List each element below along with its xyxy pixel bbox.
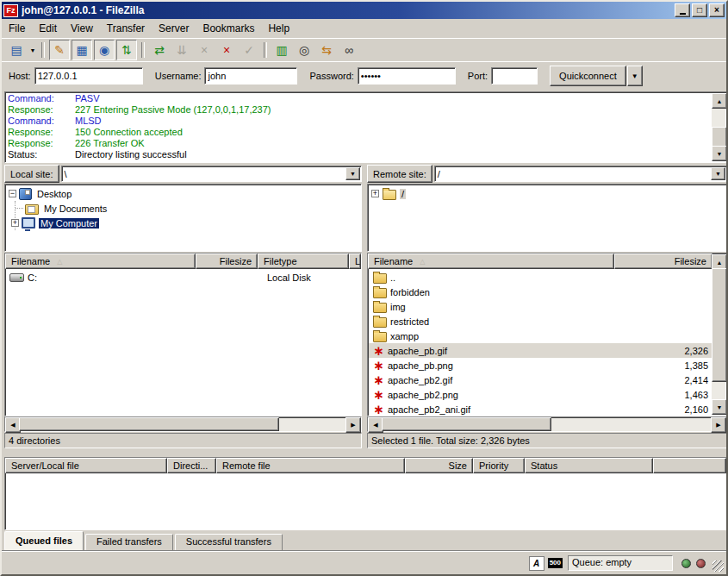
scrollbar-thumb[interactable] — [712, 127, 727, 147]
column-header-filename[interactable]: Filename△ — [5, 254, 196, 269]
process-queue-button[interactable]: ⇊ — [171, 40, 192, 60]
remote-file-row[interactable]: .. — [369, 270, 712, 285]
expand-icon[interactable]: + — [11, 219, 19, 227]
refresh-button[interactable]: ⇄ — [149, 40, 170, 60]
column-header-last-modified[interactable]: L — [349, 254, 361, 269]
port-input[interactable] — [491, 67, 538, 85]
image-file-icon: ∗ — [372, 391, 385, 399]
expand-icon[interactable]: + — [371, 190, 379, 197]
column-header-server-local-file[interactable]: Server/Local file — [5, 458, 167, 473]
transfer-type-ascii-icon[interactable]: A — [529, 556, 544, 571]
window-resize-grip[interactable] — [712, 560, 724, 572]
combo-dropdown-icon[interactable]: ▼ — [345, 167, 360, 180]
menu-server[interactable]: Server — [152, 21, 196, 36]
file-name: apache_pb2.png — [388, 390, 458, 400]
directory-comparison-button[interactable]: ◎ — [294, 40, 314, 60]
tree-item-root[interactable]: + / — [371, 186, 726, 201]
menu-view[interactable]: View — [64, 21, 100, 36]
tab-queued-files[interactable]: Queued files — [4, 531, 84, 550]
file-size: 1,385 — [615, 360, 712, 371]
remote-file-row[interactable]: ∗apache_pb2.png 1,463 — [369, 387, 712, 402]
menu-bookmarks[interactable]: Bookmarks — [196, 21, 261, 36]
toggle-message-log-button[interactable]: ✎ — [49, 40, 70, 60]
combo-dropdown-icon[interactable]: ▼ — [711, 167, 725, 180]
toolbar-separator — [264, 42, 267, 58]
remote-file-row[interactable]: ∗apache_pb2.gif 2,414 — [369, 373, 712, 387]
remote-site-combo[interactable]: / ▼ — [434, 166, 727, 182]
cancel-operation-button[interactable]: × — [194, 40, 215, 60]
close-button[interactable]: × — [709, 3, 725, 17]
log-line-text: MLSD — [75, 116, 102, 127]
column-header-filesize[interactable]: Filesize — [196, 254, 258, 269]
remote-file-row[interactable]: img — [369, 299, 712, 314]
username-label: Username: — [155, 71, 202, 81]
scroll-up-icon[interactable]: ▲ — [712, 93, 727, 109]
my-computer-icon — [22, 217, 35, 229]
synchronized-browsing-button[interactable]: ⇆ — [316, 40, 337, 60]
filter-button[interactable]: ▥ — [271, 40, 292, 60]
speed-limit-icon[interactable]: 500 — [548, 558, 563, 568]
column-header-filetype[interactable]: Filetype — [258, 254, 349, 269]
column-header-direction[interactable]: Directi... — [167, 458, 216, 473]
log-vertical-scrollbar[interactable]: ▲ ▼ — [712, 93, 725, 161]
log-line-text: Directory listing successful — [75, 149, 187, 160]
toggle-local-tree-button[interactable]: ▦ — [72, 40, 92, 60]
local-file-row[interactable]: C: Local Disk — [6, 270, 360, 285]
menu-edit[interactable]: Edit — [32, 21, 64, 36]
column-header-filesize[interactable]: Filesize — [614, 254, 712, 269]
column-header-filename[interactable]: Filename△ — [368, 254, 614, 269]
site-manager-dropdown[interactable]: ▼ — [28, 41, 38, 59]
maximize-button[interactable]: □ — [692, 3, 707, 17]
toggle-remote-tree-button[interactable]: ◉ — [94, 40, 115, 60]
local-list-header: Filename△ Filesize Filetype L — [5, 254, 361, 269]
scroll-down-icon[interactable]: ▼ — [712, 399, 727, 415]
scrollbar-thumb[interactable] — [19, 417, 279, 431]
column-header-remote-file[interactable]: Remote file — [216, 458, 405, 473]
scrollbar-thumb[interactable] — [382, 417, 551, 431]
toggle-queue-button[interactable]: ⇅ — [116, 40, 137, 60]
local-site-value: \ — [65, 169, 345, 179]
tab-failed-transfers[interactable]: Failed transfers — [85, 534, 173, 550]
tab-successful-transfers[interactable]: Successful transfers — [175, 534, 283, 550]
remote-vertical-scrollbar[interactable]: ▲ ▼ — [712, 254, 725, 415]
remote-file-row[interactable]: restricted — [369, 314, 712, 329]
tree-item-label: / — [400, 189, 406, 199]
reconnect-button[interactable]: ✓ — [239, 40, 259, 60]
remote-file-row[interactable]: ∗apache_pb2_ani.gif 2,160 — [369, 402, 712, 415]
local-horizontal-scrollbar[interactable]: ◀ ▶ — [4, 416, 362, 432]
column-header-size[interactable]: Size — [405, 458, 473, 473]
scroll-right-icon[interactable]: ▶ — [345, 417, 361, 433]
remote-file-row-selected[interactable]: ∗apache_pb.gif 2,326 — [369, 343, 712, 358]
file-name: restricted — [390, 316, 429, 327]
scrollbar-thumb[interactable] — [712, 268, 727, 382]
menu-help[interactable]: Help — [261, 21, 296, 36]
find-files-button[interactable]: ∞ — [339, 40, 359, 60]
site-manager-button[interactable]: ▤ — [6, 40, 27, 60]
column-header-priority[interactable]: Priority — [473, 458, 525, 473]
menu-transfer[interactable]: Transfer — [100, 21, 152, 36]
remote-file-row[interactable]: forbidden — [369, 285, 712, 299]
tree-connector — [16, 208, 23, 209]
username-input[interactable] — [204, 67, 297, 85]
tree-item-desktop[interactable]: − Desktop — [9, 186, 361, 201]
minimize-button[interactable] — [675, 3, 690, 17]
quickconnect-button[interactable]: Quickconnect — [550, 66, 626, 86]
column-header-status[interactable]: Status — [525, 458, 653, 473]
tree-item-my-documents[interactable]: My Documents — [16, 201, 361, 216]
magnifier-icon: ◎ — [299, 43, 309, 57]
disconnect-button[interactable]: × — [216, 40, 237, 60]
remote-file-row[interactable]: ∗apache_pb.png 1,385 — [369, 358, 712, 373]
remote-horizontal-scrollbar[interactable]: ◀ ▶ — [367, 416, 727, 432]
scroll-right-icon[interactable]: ▶ — [711, 417, 726, 433]
tree-item-my-computer[interactable]: + My Computer — [16, 216, 361, 230]
open-folder-icon — [383, 190, 396, 200]
quickconnect-dropdown[interactable]: ▼ — [627, 66, 643, 86]
local-site-combo[interactable]: \ ▼ — [61, 166, 362, 182]
menu-file[interactable]: File — [2, 21, 32, 36]
collapse-icon[interactable]: − — [9, 190, 16, 197]
password-input[interactable] — [358, 67, 456, 85]
title-bar[interactable]: Fz john@127.0.0.1 - FileZilla □ × — [2, 2, 726, 19]
host-input[interactable] — [34, 67, 143, 85]
remote-file-row[interactable]: xampp — [369, 329, 712, 343]
scroll-down-icon[interactable]: ▼ — [712, 146, 727, 161]
